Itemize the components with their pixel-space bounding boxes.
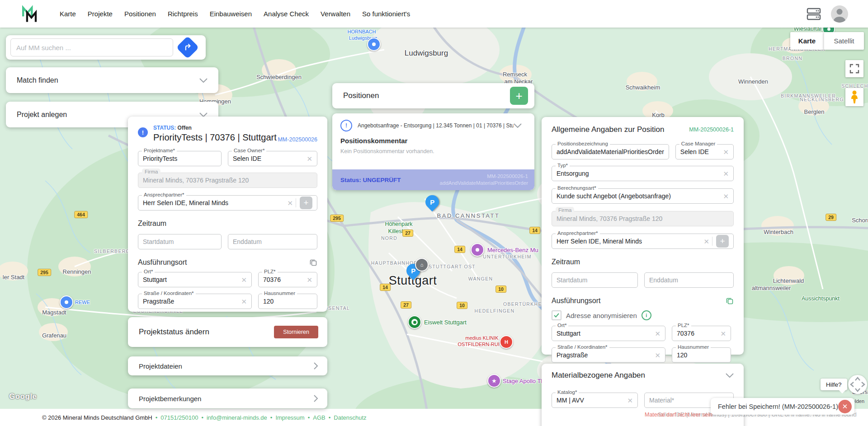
strasse-field[interactable]: Straße / Koordinaten* Pragstraße ✕ <box>552 347 665 363</box>
position-pin-bad-cannstatt[interactable]: P <box>425 194 441 212</box>
toast-close-button[interactable]: ✕ <box>838 400 852 413</box>
project-notes-panel[interactable]: Projektbemerkungen <box>128 389 327 408</box>
add-contact-button[interactable]: + <box>300 197 312 209</box>
plz-field[interactable]: PLZ* 70376 ✕ <box>258 272 317 287</box>
search-input[interactable] <box>10 38 173 56</box>
footer-link[interactable]: Impressum <box>275 414 304 421</box>
footer-separator: • <box>329 414 331 421</box>
ansprechpartner-field[interactable]: Ansprechpartner* Herr Selen IDE, Mineral… <box>138 195 317 211</box>
user-avatar[interactable] <box>831 5 848 23</box>
add-position-button[interactable]: + <box>510 87 528 105</box>
clear-icon[interactable]: ✕ <box>627 397 633 404</box>
nav-item-richtpreis[interactable]: Richtpreis <box>168 10 198 18</box>
footer-link[interactable]: AGB <box>313 414 325 421</box>
zeitraum-heading: Zeitraum <box>552 258 734 266</box>
position-pin-bad-cannstatt-body: P <box>423 192 442 211</box>
clear-icon[interactable]: ✕ <box>720 330 726 337</box>
map-type-karte-button[interactable]: Karte <box>790 32 824 50</box>
help-button[interactable]: Hilfe? <box>821 379 847 390</box>
berechnungsart-field[interactable]: Berechnungsart* Kunde sucht Angebot (Ang… <box>552 188 734 204</box>
clear-icon[interactable]: ✕ <box>307 155 312 162</box>
hornbach-poi-marker[interactable] <box>367 37 381 51</box>
eiswelt-poi-marker[interactable] <box>408 315 421 329</box>
ansprechpartner-label: Ansprechpartner* <box>556 230 600 236</box>
hospital-poi-marker[interactable]: H <box>500 335 513 349</box>
map-label: REWE <box>75 300 90 305</box>
nav-item-verwalten[interactable]: Verwalten <box>321 10 350 18</box>
nav-item-positionen[interactable]: Positionen <box>124 10 156 18</box>
map-label: Magstadt <box>42 309 66 316</box>
position-form-reference: MM-202500026-1 <box>689 126 734 133</box>
ort-field[interactable]: Ort* Stuttgart ✕ <box>552 326 665 341</box>
map-label: UNTERTÜRKHEIM <box>483 254 532 259</box>
startdatum-field[interactable]: Startdatum <box>138 234 222 249</box>
clear-icon[interactable]: ✕ <box>723 170 729 177</box>
clear-icon[interactable]: ✕ <box>723 149 729 155</box>
clear-icon[interactable]: ✕ <box>703 238 709 245</box>
projektname-field[interactable]: Projektname* PriorityTests <box>138 151 222 166</box>
plz-field[interactable]: PLZ* 70376 ✕ <box>672 326 731 341</box>
search-go-button[interactable] <box>176 36 199 59</box>
case-owner-field[interactable]: Case Owner* Selen IDE ✕ <box>228 151 317 166</box>
ort-field[interactable]: Ort* Stuttgart ✕ <box>138 272 252 287</box>
startdatum-placeholder: Startdatum <box>557 276 633 284</box>
theater-poi-marker[interactable]: ★ <box>487 374 501 388</box>
fullscreen-button[interactable] <box>845 60 863 77</box>
project-title: PriorityTests | 70376 | Stuttgart <box>153 132 277 143</box>
map-label: SILBERBERG <box>94 248 130 254</box>
add-contact-button[interactable]: + <box>716 235 729 248</box>
info-icon[interactable]: i <box>642 310 651 320</box>
hausnummer-label: Hausnummer <box>262 290 297 296</box>
clear-icon[interactable]: ✕ <box>241 276 247 283</box>
enddatum-field[interactable]: Enddatum <box>644 272 734 288</box>
mineral-minds-logo[interactable] <box>21 4 39 24</box>
map-rotate-control[interactable] <box>848 375 867 394</box>
typ-field[interactable]: Typ* Entsorgung ✕ <box>552 166 734 181</box>
map-type-satellit-button[interactable]: Satellit <box>824 32 864 50</box>
rewe-poi-marker[interactable] <box>60 295 73 309</box>
nav-item-karte[interactable]: Karte <box>60 10 76 18</box>
clear-icon[interactable]: ✕ <box>655 352 660 359</box>
hausnummer-field[interactable]: Hausnummer 120 <box>672 347 731 363</box>
katalog-field[interactable]: Katalog* MM | AVV ✕ <box>552 393 638 408</box>
footer-link[interactable]: Datenschutz <box>334 414 366 421</box>
position-card[interactable]: ! Angebotsanfrage - Entsorgung | 12.345 … <box>332 113 534 190</box>
map-label: Mercedes-Benz Mu <box>487 247 538 253</box>
factory-poi-marker[interactable]: ⌂ <box>415 258 429 272</box>
copy-address-icon[interactable] <box>726 297 734 305</box>
nav-item-projekte[interactable]: Projekte <box>88 10 113 18</box>
server-icon[interactable] <box>807 8 821 20</box>
copy-address-icon[interactable] <box>309 258 317 267</box>
clear-icon[interactable]: ✕ <box>655 330 660 337</box>
enddatum-field[interactable]: Enddatum <box>228 234 317 249</box>
nav-item-einbauweisen[interactable]: Einbauweisen <box>210 10 252 18</box>
anonymize-checkbox[interactable] <box>552 310 561 320</box>
katalog-value: MM | AVV <box>557 397 623 404</box>
map-label: Schwieberdingen <box>256 74 302 80</box>
chevron-down-icon[interactable] <box>514 123 522 128</box>
pegman-button[interactable] <box>845 88 863 106</box>
field-divider <box>712 237 712 246</box>
stornieren-button[interactable]: Stornieren <box>274 326 318 338</box>
clear-icon[interactable]: ✕ <box>307 276 312 283</box>
clear-icon[interactable]: ✕ <box>287 200 293 206</box>
ansprechpartner-label: Ansprechpartner* <box>142 192 186 197</box>
ansprechpartner-field[interactable]: Ansprechpartner* Herr Selen IDE, Mineral… <box>552 234 734 249</box>
clear-icon[interactable]: ✕ <box>723 193 729 200</box>
match-finden-accordion[interactable]: Match finden <box>6 67 218 93</box>
clear-icon[interactable]: ✕ <box>241 298 247 305</box>
footer-link[interactable]: info@mineral-minds.de <box>207 414 267 421</box>
nav-item-so-funktioniert-s[interactable]: So funktioniert's <box>362 10 410 18</box>
museum-poi-marker[interactable] <box>471 243 484 257</box>
nav-item-analyse-check[interactable]: Analyse Check <box>264 10 309 18</box>
positionsbezeichnung-field[interactable]: Positionsbezeichnung addAndValidateMater… <box>552 144 669 159</box>
case-manager-field[interactable]: Case Manager Selen IDE ✕ <box>675 144 734 159</box>
startdatum-field[interactable]: Startdatum <box>552 272 638 288</box>
position-pin-bad-cannstatt-glyph: P <box>430 198 434 206</box>
firma-label: Firma <box>142 169 160 175</box>
footer-link[interactable]: 07151/250100 <box>160 414 198 421</box>
project-files-panel[interactable]: Projektdateien <box>128 356 327 375</box>
hausnummer-field[interactable]: Hausnummer 120 <box>258 294 317 309</box>
chevron-down-icon[interactable] <box>726 373 734 378</box>
strasse-field[interactable]: Straße / Koordinaten* Pragstraße ✕ <box>138 294 252 309</box>
